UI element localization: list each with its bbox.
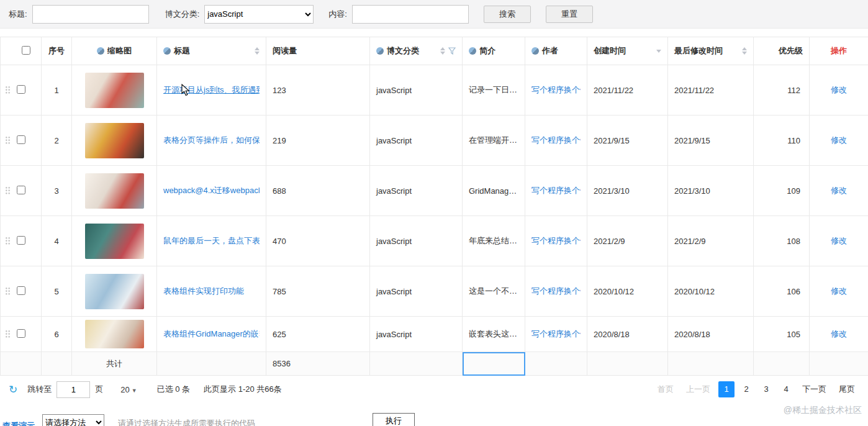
row-priority: 105 bbox=[754, 317, 810, 352]
content-filter-label: 内容: bbox=[328, 9, 347, 20]
row-title-link[interactable]: 表格组件GridManager的嵌套表 bbox=[163, 329, 260, 340]
column-header-title-cell[interactable]: 标题 bbox=[157, 37, 266, 65]
summary-label: 共计 bbox=[72, 352, 157, 376]
row-title-link[interactable]: 鼠年的最后一天，盘点下表格 bbox=[163, 235, 260, 247]
drag-handle-icon[interactable] bbox=[5, 287, 11, 296]
summary-row: 共计 8536 bbox=[1, 352, 868, 376]
view-demo-link[interactable]: 查看演示 bbox=[2, 420, 35, 426]
drag-handle-icon[interactable] bbox=[5, 186, 11, 195]
drag-handle-icon[interactable] bbox=[5, 237, 11, 245]
column-header-index: 序号 bbox=[48, 45, 65, 57]
page-button-3[interactable]: 3 bbox=[758, 381, 774, 397]
thumbnail-image bbox=[85, 274, 144, 309]
method-hint-text: 请通过选择方法生成所需要执行的代码 bbox=[118, 418, 255, 426]
last-page-button[interactable]: 尾页 bbox=[834, 381, 859, 397]
sort-icon[interactable] bbox=[255, 47, 260, 55]
row-checkbox[interactable] bbox=[17, 286, 25, 295]
row-title-link[interactable]: 表格组件实现打印功能 bbox=[163, 286, 260, 297]
row-checkbox[interactable] bbox=[17, 186, 25, 194]
row-modified: 2020/8/18 bbox=[668, 317, 754, 352]
row-reads: 785 bbox=[266, 266, 370, 317]
jump-label: 跳转至 bbox=[27, 384, 52, 395]
row-author-link[interactable]: 写个程序换个饼 bbox=[531, 84, 581, 96]
row-title-link[interactable]: 开源项目从js到ts、我所遇到的 bbox=[163, 84, 260, 96]
content-filter-input[interactable] bbox=[352, 5, 469, 24]
row-priority: 109 bbox=[754, 166, 810, 216]
row-summary: 这是一个不… bbox=[463, 266, 525, 317]
category-filter-label: 博文分类: bbox=[165, 9, 200, 20]
row-edit-link[interactable]: 修改 bbox=[831, 329, 847, 338]
row-checkbox[interactable] bbox=[17, 329, 25, 338]
row-author-link[interactable]: 写个程序换个饼 bbox=[531, 235, 581, 247]
thumbnail-image bbox=[85, 173, 144, 209]
summary-reads-total: 8536 bbox=[266, 352, 370, 376]
page-size-select[interactable]: 20▼ bbox=[120, 385, 137, 394]
row-checkbox[interactable] bbox=[17, 135, 25, 144]
row-checkbox[interactable] bbox=[17, 236, 25, 245]
info-icon bbox=[531, 47, 539, 55]
row-index: 2 bbox=[42, 116, 72, 166]
sort-icon[interactable] bbox=[742, 47, 747, 55]
table-row: 5 表格组件实现打印功能 785 javaScript 这是一个不… 写个程序换… bbox=[1, 266, 868, 317]
sort-icon[interactable] bbox=[440, 47, 445, 55]
column-header-thumbnail: 缩略图 bbox=[107, 45, 132, 57]
row-category: javaScript bbox=[370, 317, 463, 352]
filter-icon[interactable] bbox=[448, 47, 456, 55]
row-edit-link[interactable]: 修改 bbox=[831, 85, 847, 94]
row-category: javaScript bbox=[370, 216, 463, 266]
info-icon bbox=[376, 47, 384, 55]
row-reads: 123 bbox=[266, 65, 370, 116]
reset-button[interactable]: 重置 bbox=[546, 6, 593, 23]
first-page-button[interactable]: 首页 bbox=[653, 381, 678, 397]
row-created: 2021/2/9 bbox=[587, 216, 668, 266]
row-reads: 219 bbox=[266, 116, 370, 166]
row-author-link[interactable]: 写个程序换个饼 bbox=[531, 329, 581, 340]
row-author-link[interactable]: 写个程序换个饼 bbox=[531, 135, 581, 146]
row-edit-link[interactable]: 修改 bbox=[831, 286, 847, 296]
column-header-created-cell[interactable]: 创建时间 bbox=[587, 37, 668, 65]
column-header-priority: 优先级 bbox=[779, 45, 803, 57]
sort-icon[interactable] bbox=[656, 50, 661, 53]
table-row: 4 鼠年的最后一天，盘点下表格 470 javaScript 年底来总结… 写个… bbox=[1, 216, 868, 266]
row-edit-link[interactable]: 修改 bbox=[831, 236, 847, 245]
row-author-link[interactable]: 写个程序换个饼 bbox=[531, 286, 581, 297]
category-filter-select[interactable]: javaScript bbox=[204, 5, 314, 24]
execute-button[interactable]: 执行 bbox=[373, 413, 415, 426]
refresh-icon[interactable]: ↻ bbox=[9, 383, 17, 396]
prev-page-button[interactable]: 上一页 bbox=[682, 381, 715, 397]
column-header-modified: 最后修改时间 bbox=[674, 45, 723, 57]
column-header-modified-cell[interactable]: 最后修改时间 bbox=[668, 37, 754, 65]
title-filter-input[interactable] bbox=[32, 5, 149, 24]
row-modified: 2021/11/22 bbox=[668, 65, 754, 116]
page-button-4[interactable]: 4 bbox=[778, 381, 794, 397]
drag-handle-icon[interactable] bbox=[5, 330, 11, 338]
row-priority: 108 bbox=[754, 216, 810, 266]
row-checkbox[interactable] bbox=[17, 85, 25, 94]
row-title-link[interactable]: 表格分页等操作后，如何保持 bbox=[163, 135, 260, 146]
select-all-checkbox[interactable] bbox=[22, 46, 30, 55]
page-button-1[interactable]: 1 bbox=[718, 381, 735, 397]
selected-cell[interactable] bbox=[463, 352, 525, 376]
column-header-summary: 简介 bbox=[479, 45, 495, 57]
drag-handle-icon[interactable] bbox=[5, 136, 11, 145]
next-page-button[interactable]: 下一页 bbox=[798, 381, 831, 397]
row-priority: 112 bbox=[754, 65, 810, 116]
method-select[interactable]: 请选择方法 bbox=[42, 414, 104, 426]
column-header-category-cell[interactable]: 博文分类 bbox=[370, 37, 463, 65]
chevron-down-icon: ▼ bbox=[132, 387, 137, 394]
jump-page-input[interactable] bbox=[57, 381, 90, 398]
row-index: 1 bbox=[42, 65, 72, 116]
row-priority: 106 bbox=[754, 266, 810, 317]
row-modified: 2021/3/10 bbox=[668, 166, 754, 216]
search-button[interactable]: 搜索 bbox=[484, 6, 531, 23]
row-edit-link[interactable]: 修改 bbox=[831, 135, 847, 145]
row-created: 2021/3/10 bbox=[587, 166, 668, 216]
table-row: 3 webpack@4.x迁移webpack@ 688 javaScript G… bbox=[1, 166, 868, 216]
row-title-link[interactable]: webpack@4.x迁移webpack@ bbox=[163, 185, 260, 196]
page-button-2[interactable]: 2 bbox=[738, 381, 754, 397]
row-edit-link[interactable]: 修改 bbox=[831, 186, 847, 195]
table-header-row: 序号 缩略图 标题 阅读量 博文分类 简介 作者 创建时间 最后修改时间 优先级… bbox=[1, 37, 868, 65]
pagination-bar: ↻ 跳转至 页 20▼ 已选 0 条 此页显示 1-20 共66条 首页 上一页… bbox=[0, 376, 868, 403]
drag-handle-icon[interactable] bbox=[5, 86, 11, 94]
row-author-link[interactable]: 写个程序换个饼 bbox=[531, 185, 581, 196]
